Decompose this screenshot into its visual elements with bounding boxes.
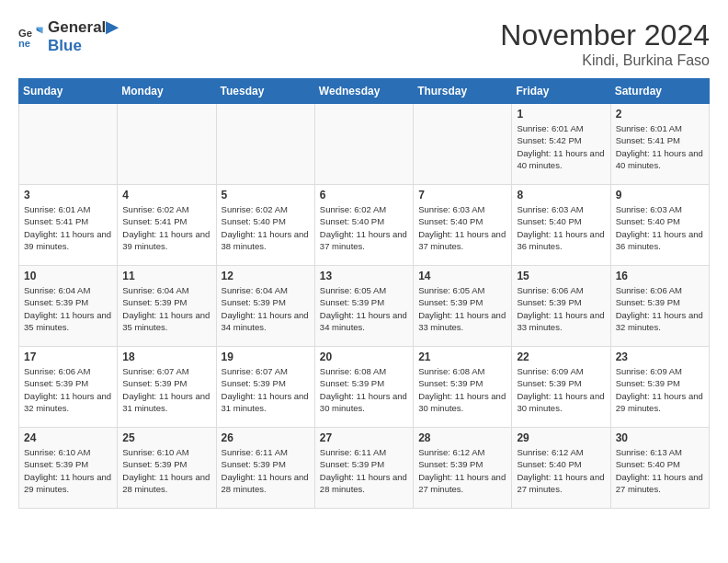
day-info: Sunrise: 6:01 AM Sunset: 5:41 PM Dayligh… <box>24 203 112 252</box>
day-info: Sunrise: 6:04 AM Sunset: 5:39 PM Dayligh… <box>222 284 310 333</box>
day-number: 10 <box>24 270 112 282</box>
calendar-cell: 14Sunrise: 6:05 AM Sunset: 5:39 PM Dayli… <box>414 266 512 347</box>
day-info: Sunrise: 6:02 AM Sunset: 5:41 PM Dayligh… <box>122 203 210 252</box>
calendar-cell: 13Sunrise: 6:05 AM Sunset: 5:39 PM Dayli… <box>314 266 413 347</box>
day-number: 22 <box>517 350 605 363</box>
day-number: 28 <box>418 431 506 444</box>
calendar-cell: 9Sunrise: 6:03 AM Sunset: 5:40 PM Daylig… <box>610 185 709 266</box>
day-info: Sunrise: 6:09 AM Sunset: 5:39 PM Dayligh… <box>616 365 704 414</box>
logo: Ge ne General▶ Blue <box>18 18 118 56</box>
day-number: 8 <box>517 189 605 201</box>
day-info: Sunrise: 6:03 AM Sunset: 5:40 PM Dayligh… <box>418 203 506 252</box>
calendar-table: SundayMondayTuesdayWednesdayThursdayFrid… <box>18 78 710 509</box>
calendar-cell: 24Sunrise: 6:10 AM Sunset: 5:39 PM Dayli… <box>19 428 118 509</box>
col-header-monday: Monday <box>118 79 216 104</box>
day-number: 1 <box>517 108 605 121</box>
day-number: 26 <box>222 431 310 444</box>
day-info: Sunrise: 6:09 AM Sunset: 5:39 PM Dayligh… <box>517 365 605 414</box>
calendar-cell: 19Sunrise: 6:07 AM Sunset: 5:39 PM Dayli… <box>216 347 314 428</box>
day-info: Sunrise: 6:03 AM Sunset: 5:40 PM Dayligh… <box>616 203 704 252</box>
day-number: 4 <box>122 189 210 201</box>
calendar-cell <box>314 104 413 185</box>
calendar-cell: 18Sunrise: 6:07 AM Sunset: 5:39 PM Dayli… <box>118 347 216 428</box>
day-number: 30 <box>616 431 704 444</box>
calendar-cell: 28Sunrise: 6:12 AM Sunset: 5:39 PM Dayli… <box>414 428 512 509</box>
col-header-friday: Friday <box>512 79 610 104</box>
calendar-cell <box>216 104 314 185</box>
calendar-cell: 5Sunrise: 6:02 AM Sunset: 5:40 PM Daylig… <box>216 185 314 266</box>
calendar-cell: 12Sunrise: 6:04 AM Sunset: 5:39 PM Dayli… <box>216 266 314 347</box>
calendar-cell: 8Sunrise: 6:03 AM Sunset: 5:40 PM Daylig… <box>512 185 610 266</box>
svg-text:Ge: Ge <box>18 28 32 39</box>
title-block: November 2024 Kindi, Burkina Faso <box>500 18 710 69</box>
calendar-cell: 17Sunrise: 6:06 AM Sunset: 5:39 PM Dayli… <box>19 347 118 428</box>
day-info: Sunrise: 6:05 AM Sunset: 5:39 PM Dayligh… <box>320 284 408 333</box>
day-number: 24 <box>24 431 112 444</box>
day-number: 3 <box>24 189 112 201</box>
calendar-cell: 4Sunrise: 6:02 AM Sunset: 5:41 PM Daylig… <box>118 185 216 266</box>
day-number: 29 <box>517 431 605 444</box>
day-number: 16 <box>616 270 704 282</box>
day-number: 13 <box>320 270 408 282</box>
logo-icon: Ge ne <box>18 24 44 50</box>
calendar-cell: 23Sunrise: 6:09 AM Sunset: 5:39 PM Dayli… <box>610 347 709 428</box>
day-info: Sunrise: 6:02 AM Sunset: 5:40 PM Dayligh… <box>320 203 408 252</box>
day-info: Sunrise: 6:13 AM Sunset: 5:40 PM Dayligh… <box>616 446 704 495</box>
day-info: Sunrise: 6:01 AM Sunset: 5:41 PM Dayligh… <box>616 122 704 171</box>
calendar-cell <box>414 104 512 185</box>
calendar-cell: 10Sunrise: 6:04 AM Sunset: 5:39 PM Dayli… <box>19 266 118 347</box>
calendar-week-row: 1Sunrise: 6:01 AM Sunset: 5:42 PM Daylig… <box>19 104 710 185</box>
logo-line2: Blue <box>48 37 118 55</box>
calendar-cell: 16Sunrise: 6:06 AM Sunset: 5:39 PM Dayli… <box>610 266 709 347</box>
day-number: 11 <box>122 270 210 282</box>
day-info: Sunrise: 6:06 AM Sunset: 5:39 PM Dayligh… <box>616 284 704 333</box>
calendar-cell: 3Sunrise: 6:01 AM Sunset: 5:41 PM Daylig… <box>19 185 118 266</box>
day-number: 19 <box>222 350 310 363</box>
day-number: 23 <box>616 350 704 363</box>
calendar-cell: 21Sunrise: 6:08 AM Sunset: 5:39 PM Dayli… <box>414 347 512 428</box>
day-number: 17 <box>24 350 112 363</box>
calendar-cell: 20Sunrise: 6:08 AM Sunset: 5:39 PM Dayli… <box>314 347 413 428</box>
calendar-cell: 6Sunrise: 6:02 AM Sunset: 5:40 PM Daylig… <box>314 185 413 266</box>
day-number: 20 <box>320 350 408 363</box>
day-info: Sunrise: 6:12 AM Sunset: 5:39 PM Dayligh… <box>418 446 506 495</box>
calendar-cell: 2Sunrise: 6:01 AM Sunset: 5:41 PM Daylig… <box>610 104 709 185</box>
day-number: 5 <box>222 189 310 201</box>
calendar-week-row: 24Sunrise: 6:10 AM Sunset: 5:39 PM Dayli… <box>19 428 710 509</box>
day-number: 14 <box>418 270 506 282</box>
calendar-cell: 22Sunrise: 6:09 AM Sunset: 5:39 PM Dayli… <box>512 347 610 428</box>
col-header-sunday: Sunday <box>19 79 118 104</box>
logo-line1: General▶ <box>48 18 118 37</box>
day-number: 6 <box>320 189 408 201</box>
col-header-wednesday: Wednesday <box>314 79 413 104</box>
day-info: Sunrise: 6:08 AM Sunset: 5:39 PM Dayligh… <box>418 365 506 414</box>
page-header: Ge ne General▶ Blue November 2024 Kindi,… <box>18 18 710 69</box>
col-header-saturday: Saturday <box>610 79 709 104</box>
calendar-week-row: 17Sunrise: 6:06 AM Sunset: 5:39 PM Dayli… <box>19 347 710 428</box>
day-info: Sunrise: 6:11 AM Sunset: 5:39 PM Dayligh… <box>320 446 408 495</box>
calendar-cell: 15Sunrise: 6:06 AM Sunset: 5:39 PM Dayli… <box>512 266 610 347</box>
calendar-cell: 7Sunrise: 6:03 AM Sunset: 5:40 PM Daylig… <box>414 185 512 266</box>
calendar-cell: 11Sunrise: 6:04 AM Sunset: 5:39 PM Dayli… <box>118 266 216 347</box>
calendar-cell <box>118 104 216 185</box>
day-info: Sunrise: 6:12 AM Sunset: 5:40 PM Dayligh… <box>517 446 605 495</box>
calendar-week-row: 3Sunrise: 6:01 AM Sunset: 5:41 PM Daylig… <box>19 185 710 266</box>
location-subtitle: Kindi, Burkina Faso <box>500 52 710 69</box>
calendar-cell: 26Sunrise: 6:11 AM Sunset: 5:39 PM Dayli… <box>216 428 314 509</box>
day-info: Sunrise: 6:04 AM Sunset: 5:39 PM Dayligh… <box>24 284 112 333</box>
day-info: Sunrise: 6:04 AM Sunset: 5:39 PM Dayligh… <box>122 284 210 333</box>
day-info: Sunrise: 6:10 AM Sunset: 5:39 PM Dayligh… <box>122 446 210 495</box>
day-info: Sunrise: 6:06 AM Sunset: 5:39 PM Dayligh… <box>24 365 112 414</box>
calendar-cell <box>19 104 118 185</box>
day-number: 25 <box>122 431 210 444</box>
header-row: SundayMondayTuesdayWednesdayThursdayFrid… <box>19 79 710 104</box>
day-info: Sunrise: 6:07 AM Sunset: 5:39 PM Dayligh… <box>222 365 310 414</box>
day-info: Sunrise: 6:01 AM Sunset: 5:42 PM Dayligh… <box>517 122 605 171</box>
col-header-tuesday: Tuesday <box>216 79 314 104</box>
day-number: 2 <box>616 108 704 121</box>
calendar-cell: 29Sunrise: 6:12 AM Sunset: 5:40 PM Dayli… <box>512 428 610 509</box>
day-info: Sunrise: 6:08 AM Sunset: 5:39 PM Dayligh… <box>320 365 408 414</box>
calendar-cell: 25Sunrise: 6:10 AM Sunset: 5:39 PM Dayli… <box>118 428 216 509</box>
day-info: Sunrise: 6:03 AM Sunset: 5:40 PM Dayligh… <box>517 203 605 252</box>
svg-text:ne: ne <box>18 39 30 50</box>
